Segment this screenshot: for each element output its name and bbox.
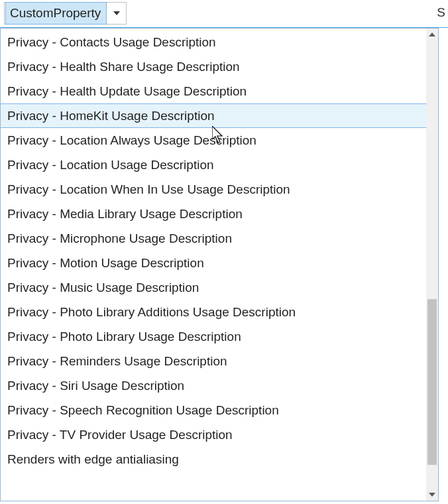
dropdown-item-label: Privacy - Location Usage Description <box>7 158 214 172</box>
dropdown-item[interactable]: Privacy - Photo Library Additions Usage … <box>1 300 426 324</box>
dropdown-item-label: Privacy - Health Update Usage Descriptio… <box>7 84 247 98</box>
dropdown-item-label: Privacy - Microphone Usage Description <box>7 231 232 245</box>
scrollbar[interactable] <box>426 29 438 501</box>
combobox-selected-text: CustomProperty <box>5 2 107 25</box>
dropdown-item[interactable]: Privacy - Contacts Usage Description <box>1 30 426 54</box>
dropdown-item[interactable]: Privacy - Health Share Usage Description <box>1 54 426 79</box>
dropdown-item[interactable]: Privacy - Location Always Usage Descript… <box>1 128 426 153</box>
dropdown-item-label: Renders with edge antialiasing <box>7 452 179 466</box>
dropdown-item-label: Privacy - Media Library Usage Descriptio… <box>7 207 243 221</box>
dropdown-item[interactable]: Privacy - Music Usage Description <box>1 275 426 300</box>
dropdown-item[interactable]: Renders with edge antialiasing <box>1 447 426 472</box>
property-dropdown: Privacy - Contacts Usage DescriptionPriv… <box>0 28 439 501</box>
dropdown-item-label: Privacy - HomeKit Usage Description <box>7 109 215 123</box>
svg-marker-1 <box>429 32 435 36</box>
svg-marker-2 <box>429 493 435 497</box>
dropdown-item-label: Privacy - Location Always Usage Descript… <box>7 133 256 147</box>
dropdown-item[interactable]: Privacy - HomeKit Usage Description <box>1 103 426 128</box>
scrollbar-track[interactable] <box>426 40 438 489</box>
dropdown-item[interactable]: Privacy - Photo Library Usage Descriptio… <box>1 324 426 349</box>
combobox-row: CustomProperty S <box>0 0 448 28</box>
scrollbar-thumb[interactable] <box>427 299 437 465</box>
dropdown-item-label: Privacy - Motion Usage Description <box>7 256 204 270</box>
scroll-up-button[interactable] <box>426 29 438 40</box>
dropdown-item[interactable]: Privacy - Microphone Usage Description <box>1 226 426 251</box>
dropdown-item-label: Privacy - Music Usage Description <box>7 281 199 294</box>
dropdown-item-label: Privacy - Siri Usage Description <box>7 379 184 393</box>
dropdown-item[interactable]: Privacy - Motion Usage Description <box>1 251 426 275</box>
dropdown-item[interactable]: Privacy - Siri Usage Description <box>1 373 426 398</box>
dropdown-item-label: Privacy - Photo Library Additions Usage … <box>7 305 296 319</box>
property-combobox[interactable]: CustomProperty <box>4 2 127 25</box>
dropdown-listbox[interactable]: Privacy - Contacts Usage DescriptionPriv… <box>1 29 426 501</box>
dropdown-item[interactable]: Privacy - Health Update Usage Descriptio… <box>1 79 426 103</box>
svg-marker-0 <box>113 11 120 15</box>
dropdown-item-label: Privacy - Health Share Usage Description <box>7 60 240 74</box>
chevron-down-icon <box>107 3 126 24</box>
dropdown-item[interactable]: Privacy - Location Usage Description <box>1 153 426 177</box>
dropdown-item-label: Privacy - Location When In Use Usage Des… <box>7 182 290 196</box>
dropdown-item[interactable]: Privacy - Media Library Usage Descriptio… <box>1 202 426 226</box>
dropdown-item-label: Privacy - Reminders Usage Description <box>7 354 227 368</box>
dropdown-item[interactable]: Privacy - Location When In Use Usage Des… <box>1 177 426 202</box>
dropdown-item-label: Privacy - Photo Library Usage Descriptio… <box>7 330 241 344</box>
dropdown-item[interactable]: Privacy - TV Provider Usage Description <box>1 422 426 447</box>
dropdown-item[interactable]: Privacy - Reminders Usage Description <box>1 349 426 373</box>
truncated-right-label: S <box>437 5 445 20</box>
scroll-down-button[interactable] <box>426 489 438 501</box>
dropdown-item-label: Privacy - Speech Recognition Usage Descr… <box>7 403 279 417</box>
dropdown-item-label: Privacy - TV Provider Usage Description <box>7 428 233 442</box>
dropdown-item-label: Privacy - Contacts Usage Description <box>7 35 216 49</box>
dropdown-item[interactable]: Privacy - Speech Recognition Usage Descr… <box>1 398 426 422</box>
